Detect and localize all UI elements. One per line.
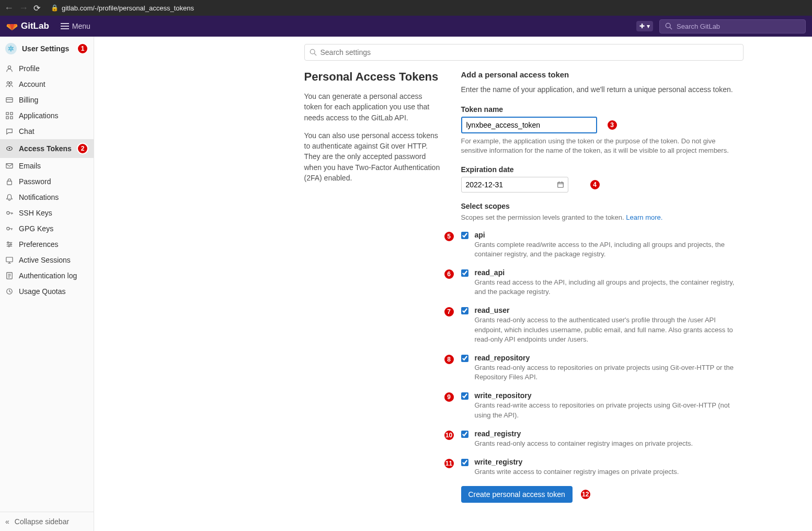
scope-desc: Grants read-only access to container reg…: [475, 439, 744, 448]
email-icon: [5, 162, 14, 170]
menu-label: Menu: [72, 22, 90, 30]
sidebar-item-notifications[interactable]: Notifications: [0, 189, 94, 205]
back-button[interactable]: ←: [4, 3, 14, 14]
scope-checkbox[interactable]: [461, 431, 468, 438]
svg-rect-9: [6, 117, 8, 119]
sidebar-item-label: Preferences: [19, 240, 58, 248]
sidebar-item-label: Password: [19, 177, 51, 186]
scope-checkbox[interactable]: [461, 355, 468, 362]
annotation-badge: 11: [443, 458, 455, 469]
sidebar-item-label: Chat: [19, 127, 35, 135]
sidebar-item-profile[interactable]: Profile: [0, 61, 94, 76]
collapse-sidebar-button[interactable]: « Collapse sidebar: [0, 512, 94, 531]
address-bar[interactable]: 🔒 gitlab.com/-/profile/personal_access_t…: [51, 4, 194, 12]
sidebar-item-auth-log[interactable]: Authentication log: [0, 268, 94, 284]
svg-rect-5: [6, 98, 13, 103]
sidebar-item-billing[interactable]: Billing: [0, 92, 94, 108]
annotation-badge-1: 1: [77, 43, 88, 54]
sidebar-item-access-tokens[interactable]: Access Tokens 2: [0, 139, 94, 158]
sidebar-item-emails[interactable]: Emails: [0, 158, 94, 174]
sidebar-title: User Settings: [22, 44, 69, 53]
scope-checkbox[interactable]: [461, 459, 468, 466]
annotation-badge: 9: [443, 391, 455, 403]
expiration-input[interactable]: [461, 177, 568, 193]
forward-button[interactable]: →: [19, 3, 28, 14]
global-search[interactable]: [659, 19, 806, 33]
monitor-icon: [5, 256, 14, 264]
scope-row: 10read_registryGrants read-only access t…: [442, 430, 744, 448]
sidebar-item-label: Account: [19, 80, 45, 88]
annotation-badge-2: 2: [77, 143, 88, 154]
scope-row: 8read_repositoryGrants read-only access …: [442, 354, 744, 382]
scope-desc: Grants complete read/write access to the…: [475, 240, 744, 259]
svg-point-16: [7, 227, 9, 230]
global-search-input[interactable]: [677, 22, 800, 30]
key-icon: [5, 209, 14, 217]
lock-icon: 🔒: [51, 4, 59, 12]
token-name-input[interactable]: [461, 117, 597, 133]
annotation-badge: 8: [443, 354, 455, 365]
sidebar-item-applications[interactable]: Applications: [0, 108, 94, 123]
svg-point-4: [9, 82, 12, 84]
sidebar-item-preferences[interactable]: Preferences: [0, 236, 94, 252]
sidebar-item-account[interactable]: Account: [0, 76, 94, 92]
form-intro: Enter the name of your application, and …: [461, 84, 744, 95]
scopes-label: Select scopes: [461, 202, 744, 210]
gitlab-icon: [6, 20, 18, 32]
log-icon: [5, 272, 14, 280]
sidebar-item-label: Notifications: [19, 193, 59, 201]
scope-name: read_api: [475, 268, 744, 277]
bell-icon: [5, 193, 14, 201]
create-token-button[interactable]: Create personal access token: [461, 486, 573, 503]
gitlab-brand-text: GitLab: [21, 21, 49, 31]
key-icon: [5, 224, 14, 233]
new-dropdown[interactable]: ✚ ▾: [636, 21, 653, 31]
svg-rect-33: [557, 182, 563, 187]
preferences-icon: [5, 240, 14, 248]
svg-line-1: [670, 27, 672, 29]
svg-point-3: [7, 82, 9, 84]
scope-checkbox[interactable]: [461, 232, 468, 239]
sidebar-item-usage-quotas[interactable]: Usage Quotas: [0, 284, 94, 299]
scope-desc: Grants read access to the API, including…: [475, 278, 744, 297]
svg-rect-8: [10, 112, 13, 115]
sidebar-item-password[interactable]: Password: [0, 174, 94, 189]
calendar-icon[interactable]: [557, 181, 564, 188]
svg-rect-10: [10, 117, 13, 119]
scope-desc: Grants read-only access to the authentic…: [475, 315, 744, 344]
svg-point-15: [7, 211, 9, 214]
scope-checkbox[interactable]: [461, 269, 468, 277]
token-icon: [5, 144, 14, 153]
scope-name: write_registry: [475, 458, 744, 466]
settings-search-input[interactable]: [304, 44, 744, 61]
avatar: ✲: [5, 43, 17, 54]
menu-button[interactable]: Menu: [61, 22, 90, 30]
svg-point-0: [666, 23, 670, 28]
chevron-down-icon: ▾: [647, 22, 650, 30]
account-icon: [5, 80, 14, 88]
billing-icon: [5, 96, 14, 104]
annotation-badge-3: 3: [607, 119, 618, 131]
scope-checkbox[interactable]: [461, 307, 468, 314]
gitlab-logo[interactable]: GitLab: [6, 20, 49, 32]
sidebar-item-label: Active Sessions: [19, 256, 71, 264]
scopes-intro: Scopes set the permission levels granted…: [461, 213, 744, 221]
applications-icon: [5, 111, 14, 120]
scope-name: api: [475, 231, 744, 239]
svg-point-12: [9, 148, 10, 150]
scopes-learn-more-link[interactable]: Learn more.: [626, 213, 662, 221]
sidebar-item-ssh-keys[interactable]: SSH Keys: [0, 205, 94, 221]
gitlab-header: GitLab Menu ✚ ▾: [0, 16, 812, 37]
collapse-label: Collapse sidebar: [15, 517, 69, 526]
hamburger-icon: [61, 23, 69, 29]
svg-point-2: [8, 66, 10, 69]
search-icon: [665, 22, 672, 30]
svg-rect-14: [7, 181, 12, 185]
sidebar-item-chat[interactable]: Chat: [0, 123, 94, 139]
reload-button[interactable]: ⟳: [33, 3, 40, 13]
svg-line-32: [314, 53, 316, 55]
sidebar-item-gpg-keys[interactable]: GPG Keys: [0, 221, 94, 236]
sidebar-item-active-sessions[interactable]: Active Sessions: [0, 252, 94, 268]
profile-icon: [5, 64, 14, 73]
scope-checkbox[interactable]: [461, 392, 468, 400]
